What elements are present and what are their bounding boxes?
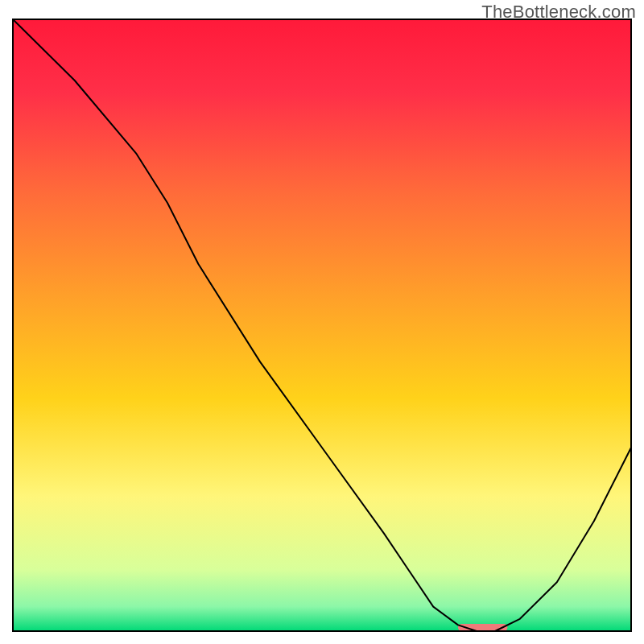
chart-container: TheBottleneck.com [0,0,644,644]
bottleneck-chart [0,0,644,644]
watermark-text: TheBottleneck.com [481,2,636,23]
chart-background-gradient [13,19,631,631]
